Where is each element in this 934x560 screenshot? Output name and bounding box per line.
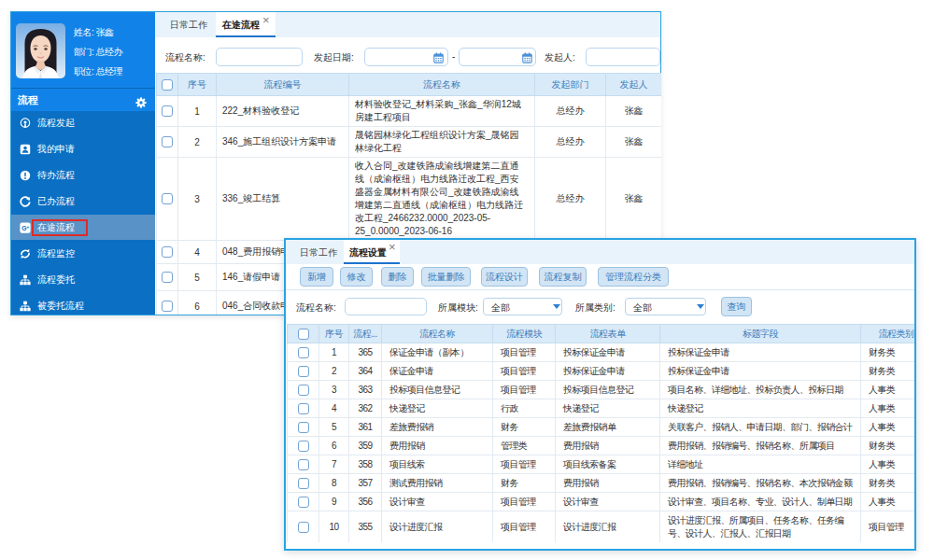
svg-text:+: + — [26, 224, 29, 230]
